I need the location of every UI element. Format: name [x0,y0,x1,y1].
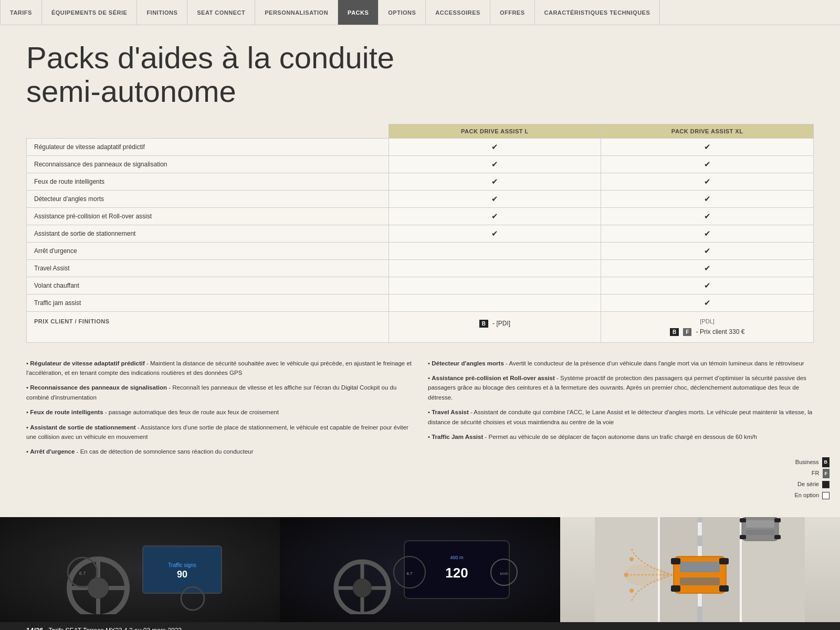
legend-serie: De série [444,480,830,489]
col2-cell: ✔ [601,190,814,207]
nav-item-tarifs[interactable]: TARIFS [0,0,42,25]
table-row: Régulateur de vitesse adaptatif prédicti… [27,138,814,155]
col1-cell: ✔ [388,155,601,173]
feature-name: Reconnaissance des panneaux de signalisa… [27,155,389,173]
price-label: PRIX CLIENT / FINITIONS [27,311,389,342]
svg-rect-39 [671,585,680,592]
svg-rect-40 [719,585,729,592]
desc-item: • Reconnaissance des panneaux de signali… [26,383,412,402]
svg-point-1 [88,578,109,598]
svg-rect-29 [740,517,742,622]
desc-text: - Assistant de conduite qui combine l'AC… [428,409,812,425]
table-row: Traffic jam assist✔ [27,294,814,311]
legend: Business B FR F De série En option [444,457,830,500]
table-row: Travel Assist✔ [27,259,814,277]
svg-rect-46 [746,530,774,535]
nav-item-seat-connect[interactable]: SEAT CONNECT [187,0,255,25]
price-row: PRIX CLIENT / FINITIONSB - [PDI] [PDL] B… [27,311,814,342]
svg-text:400 m: 400 m [450,555,463,560]
col2-cell: ✔ [601,138,814,155]
col1-header: PACK DRIVE ASSIST L [388,124,601,138]
feature-name: Travel Assist [27,259,389,277]
col1-cell: ✔ [388,207,601,225]
col2-cell: ✔ [601,173,814,190]
col1-cell [388,277,601,294]
nav-item-personnalisation[interactable]: PERSONNALISATION [255,0,338,25]
feature-name: Traffic jam assist [27,294,389,311]
car-sensors-image [560,517,840,622]
badge-b2: B [670,328,679,336]
desc-item: • Arrêt d'urgence - En cas de détection … [26,447,412,456]
svg-text:6.7: 6.7 [406,571,413,576]
badge-b: B [479,320,488,328]
feature-name: Détecteur d'angles morts [27,190,389,207]
col2-cell: ✔ [601,277,814,294]
feature-name: Régulateur de vitesse adaptatif prédicti… [27,138,389,155]
svg-rect-48 [774,518,781,522]
legend-label-business: Business [795,458,819,467]
feature-name: Assistant de sortie de stationnement [27,225,389,242]
svg-point-42 [624,573,628,577]
bottom-images: Traffic signs 90 6.7 400 m 120 [0,517,840,622]
table-row: Détecteur d'angles morts✔✔ [27,190,814,207]
desc-bold: Assistance pré-collision et Roll-over as… [432,375,555,381]
svg-text:6.7: 6.7 [79,571,86,576]
col1-cell [388,259,601,277]
desc-bold: Reconnaissance des panneaux de signalisa… [30,384,167,391]
svg-rect-30 [698,522,702,536]
legend-icon-empty [822,492,830,499]
desc-item: • Détecteur d'angles morts - Avertit le … [428,359,814,368]
legend-badge-f: F [823,469,830,478]
desc-bold: Traffic Jam Assist [432,434,483,440]
col1-cell: ✔ [388,190,601,207]
col2-price: [PDL] B F - Prix client 330 € [601,311,814,342]
col1-cell: ✔ [388,225,601,242]
desc-item: • Assistance pré-collision et Roll-over … [428,373,814,402]
col1-cell [388,294,601,311]
desc-text: - Permet au véhicule de se déplacer de f… [483,434,757,440]
col2-cell: ✔ [601,242,814,259]
page-number: 14/26 [26,626,44,630]
desc-item: • Traffic Jam Assist - Permet au véhicul… [428,432,814,442]
navigation-bar: TARIFSÉQUIPEMENTS DE SÉRIEFINITIONSSEAT … [0,0,840,25]
svg-rect-50 [774,535,781,539]
desc-bold: Travel Assist [432,409,469,415]
legend-fr: FR F [444,469,830,478]
col1-cell: ✔ [388,173,601,190]
nav-item-finitions[interactable]: FINITIONS [137,0,187,25]
descriptions-section: • Régulateur de vitesse adaptatif prédic… [26,359,814,497]
feature-name: Assistance pré-collision et Roll-over as… [27,207,389,225]
col2-cell: ✔ [601,155,814,173]
desc-item: • Régulateur de vitesse adaptatif prédic… [26,359,412,378]
svg-rect-36 [680,578,720,585]
svg-rect-49 [740,535,746,539]
table-row: Assistant de sortie de stationnement✔✔ [27,225,814,242]
feature-name: Feux de route intelligents [27,173,389,190]
desc-text: - Avertit le conducteur de la présence d… [504,360,804,366]
col2-cell: ✔ [601,207,814,225]
col2-price-text: - Prix client 330 € [696,328,745,335]
col2-header: PACK DRIVE ASSIST XL [601,124,814,138]
page-title: Packs d'aides à la conduite semi-autonom… [26,41,814,108]
nav-item-caractristiques-techniques[interactable]: CARACTÉRISTIQUES TECHNIQUES [535,0,660,25]
desc-col-right: • Détecteur d'angles morts - Avertit le … [428,359,814,491]
nav-item-accessoires[interactable]: ACCESSOIRES [426,0,490,25]
svg-rect-38 [719,558,729,564]
main-content: Packs d'aides à la conduite semi-autonom… [0,25,840,517]
legend-label-option: En option [795,491,819,500]
comparison-table: PACK DRIVE ASSIST L PACK DRIVE ASSIST XL… [26,124,814,343]
nav-item-quipements-de-srie[interactable]: ÉQUIPEMENTS DE SÉRIE [42,0,137,25]
nav-item-offres[interactable]: OFFRES [490,0,535,25]
table-row: Arrêt d'urgence✔ [27,242,814,259]
legend-business: Business B [444,457,830,467]
nav-item-packs[interactable]: PACKS [338,0,379,25]
legend-option: En option [444,491,830,500]
desc-bold: Régulateur de vitesse adaptatif prédicti… [30,360,145,366]
col1-cell [388,242,601,259]
svg-text:Traffic signs: Traffic signs [168,562,196,568]
svg-text:90: 90 [177,569,187,580]
footer-text: Tarifs SEAT Tarraco MY23.4.2 au 03 mars … [49,627,182,630]
table-row: Reconnaissance des panneaux de signalisa… [27,155,814,173]
nav-item-options[interactable]: OPTIONS [379,0,426,25]
svg-text:km/h: km/h [500,572,508,575]
